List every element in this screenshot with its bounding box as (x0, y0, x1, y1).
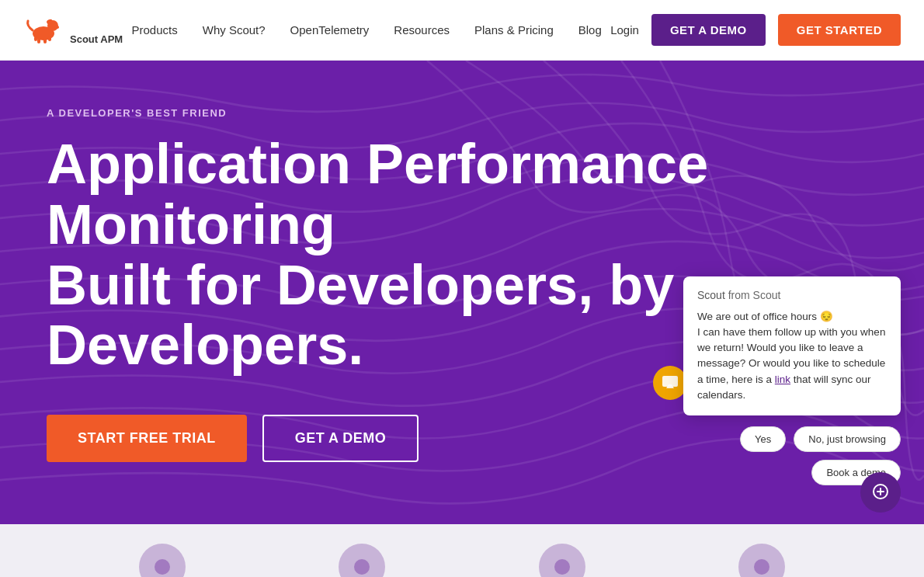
svg-rect-4 (37, 38, 40, 43)
nav-links: Products Why Scout? OpenTelemetry Resour… (132, 23, 602, 36)
bottom-icon-1 (139, 544, 186, 577)
chat-no-button[interactable]: No, just browsing (794, 426, 901, 452)
nav-opentelemetry[interactable]: OpenTelemetry (290, 23, 370, 36)
svg-rect-7 (48, 36, 51, 41)
svg-rect-6 (34, 36, 37, 41)
nav-blog[interactable]: Blog (578, 23, 602, 36)
svg-point-12 (554, 559, 570, 575)
get-demo-button[interactable]: GET A DEMO (651, 14, 766, 46)
start-trial-button[interactable]: START FREE TRIAL (47, 415, 247, 462)
chat-launcher-button[interactable] (860, 472, 901, 513)
svg-point-10 (155, 559, 170, 575)
chat-agent-name: Scout (697, 289, 725, 301)
chat-action-row-1: Yes No, just browsing (740, 426, 901, 452)
hero-content: A DEVELOPER'S BEST FRIEND Application Pe… (47, 107, 730, 462)
chat-yes-button[interactable]: Yes (740, 426, 786, 452)
chat-icon-button[interactable] (653, 366, 687, 400)
nav-plans-pricing[interactable]: Plans & Pricing (474, 23, 554, 36)
svg-point-3 (54, 26, 59, 29)
bottom-strip (0, 524, 924, 577)
navbar: Scout APM Products Why Scout? OpenTeleme… (0, 0, 924, 61)
hero-section: .wave-path { fill: none; stroke: rgba(25… (0, 61, 924, 524)
get-started-button[interactable]: GET STARTED (778, 14, 901, 46)
bottom-icon-3 (539, 544, 585, 577)
chat-body: We are out of office hours 😔 I can have … (697, 309, 887, 404)
nav-products[interactable]: Products (132, 23, 178, 36)
svg-point-11 (354, 559, 370, 575)
nav-resources[interactable]: Resources (394, 23, 450, 36)
logo-text: Scout APM (70, 33, 123, 46)
hero-get-demo-button[interactable]: GET A DEMO (262, 415, 419, 462)
chat-link[interactable]: link (775, 374, 790, 385)
chat-agent-from: from Scout (728, 289, 781, 301)
chat-header: Scout from Scout (697, 289, 887, 301)
chat-popup: Scout from Scout We are out of office ho… (683, 276, 901, 416)
nav-why-scout[interactable]: Why Scout? (203, 23, 266, 36)
hero-buttons: START FREE TRIAL GET A DEMO (47, 415, 730, 462)
svg-point-13 (754, 559, 769, 575)
hero-headline: Application Performance Monitoring Built… (47, 134, 730, 376)
bottom-icon-4 (738, 544, 785, 577)
svg-rect-5 (43, 38, 47, 43)
nav-right: Login GET A DEMO GET STARTED (610, 14, 901, 46)
hero-eyebrow: A DEVELOPER'S BEST FRIEND (47, 107, 730, 119)
login-link[interactable]: Login (610, 23, 639, 36)
logo[interactable]: Scout APM (23, 15, 123, 46)
bottom-icon-2 (339, 544, 385, 577)
